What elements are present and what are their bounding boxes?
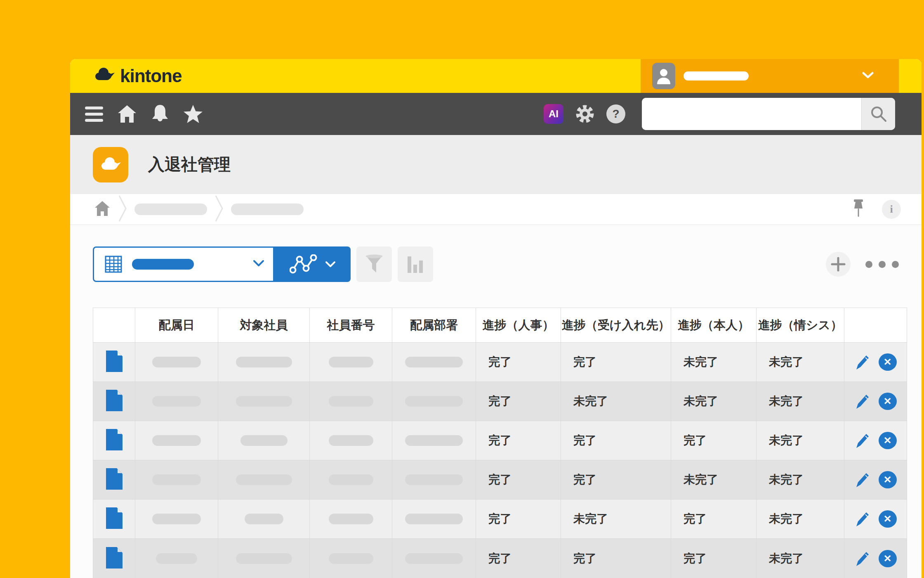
settings-button[interactable]	[574, 103, 596, 125]
placeholder-bar	[156, 553, 197, 564]
star-icon	[183, 104, 203, 124]
placeholder-bar	[329, 357, 373, 367]
placeholder-bar	[152, 357, 201, 367]
status-progress-hr: 完了	[476, 539, 561, 578]
nav-left-group	[83, 103, 204, 125]
home-icon	[94, 201, 111, 216]
record-document-icon[interactable]	[106, 468, 123, 491]
placeholder-bar	[405, 435, 463, 446]
status-progress-host: 完了	[561, 539, 671, 578]
bar-chart-icon	[407, 255, 424, 274]
search-button[interactable]	[861, 98, 895, 130]
table-row: 完了 完了 未完了 未完了 ✕	[93, 460, 907, 500]
edit-button[interactable]	[855, 393, 870, 410]
x-icon: ✕	[879, 471, 897, 488]
chevron-separator-icon	[118, 194, 127, 224]
delete-button[interactable]: ✕	[879, 550, 897, 567]
record-document-icon[interactable]	[106, 429, 123, 452]
bell-icon	[151, 104, 169, 124]
view-selector[interactable]	[93, 246, 274, 282]
x-icon: ✕	[879, 353, 897, 371]
ai-icon: AI	[549, 108, 559, 120]
delete-button[interactable]: ✕	[879, 353, 897, 371]
status-progress-host: 完了	[561, 343, 671, 382]
status-progress-it: 未完了	[757, 343, 844, 382]
placeholder-bar	[329, 553, 373, 564]
status-progress-host: 完了	[561, 421, 671, 460]
info-button[interactable]: i	[882, 200, 901, 219]
main-content: 配属日 対象社員 社員番号 配属部署 進捗（人事） 進捗（受け入れ先） 進捗（本…	[70, 225, 922, 578]
breadcrumb-item-placeholder[interactable]	[231, 204, 304, 215]
plus-icon	[831, 257, 846, 272]
placeholder-bar	[405, 514, 463, 524]
breadcrumb-item-placeholder[interactable]	[134, 204, 207, 215]
placeholder-bar	[152, 435, 201, 446]
menu-button[interactable]	[83, 103, 105, 125]
pencil-icon	[855, 511, 870, 527]
cloud-icon	[99, 156, 122, 173]
chevron-separator-icon	[214, 194, 224, 224]
delete-button[interactable]: ✕	[879, 393, 897, 410]
status-progress-host: 完了	[561, 460, 671, 500]
edit-button[interactable]	[855, 432, 870, 449]
pencil-icon	[855, 550, 870, 567]
delete-button[interactable]: ✕	[879, 432, 897, 449]
search-input[interactable]	[642, 98, 861, 130]
delete-button[interactable]: ✕	[879, 471, 897, 488]
breadcrumb-actions: i	[851, 199, 901, 219]
column-header-progress-it: 進捗（情シス）	[757, 308, 844, 343]
pencil-icon	[855, 432, 870, 449]
record-document-icon[interactable]	[106, 390, 123, 413]
ai-button[interactable]: AI	[544, 104, 563, 124]
record-document-icon[interactable]	[106, 507, 123, 531]
user-menu[interactable]	[641, 59, 899, 93]
x-icon: ✕	[879, 393, 897, 410]
placeholder-bar	[405, 357, 463, 367]
delete-button[interactable]: ✕	[879, 510, 897, 528]
page-title: 入退社管理	[148, 153, 231, 176]
toolbar-right-group	[826, 246, 899, 282]
notifications-button[interactable]	[149, 103, 171, 125]
graph-button[interactable]	[274, 246, 351, 282]
edit-button[interactable]	[855, 550, 870, 567]
placeholder-bar	[152, 396, 201, 407]
add-record-button[interactable]	[826, 252, 851, 277]
toolbar	[93, 246, 899, 282]
table-header-row: 配属日 対象社員 社員番号 配属部署 進捗（人事） 進捗（受け入れ先） 進捗（本…	[93, 308, 907, 343]
filter-button[interactable]	[356, 246, 392, 282]
status-progress-it: 未完了	[757, 500, 844, 539]
status-progress-it: 未完了	[757, 382, 844, 421]
ellipsis-icon	[865, 261, 872, 268]
placeholder-bar	[245, 514, 283, 524]
x-icon: ✕	[879, 432, 897, 449]
record-document-icon[interactable]	[106, 351, 123, 374]
chart-button[interactable]	[398, 246, 433, 282]
breadcrumb-home-button[interactable]	[94, 201, 111, 218]
chevron-down-icon	[862, 71, 874, 81]
column-header-actions	[844, 308, 907, 343]
placeholder-bar	[329, 474, 373, 485]
edit-button[interactable]	[855, 354, 870, 370]
favorites-button[interactable]	[182, 103, 204, 125]
edit-button[interactable]	[855, 511, 870, 527]
placeholder-bar	[329, 435, 373, 446]
more-options-button[interactable]	[865, 261, 899, 268]
table-row: 完了 完了 完了 未完了 ✕	[93, 539, 907, 578]
table-body: 完了 完了 未完了 未完了 ✕ 完了 未完了	[93, 343, 907, 578]
app-icon[interactable]	[93, 147, 128, 182]
edit-button[interactable]	[855, 471, 870, 488]
help-button[interactable]: ?	[606, 104, 625, 123]
placeholder-bar	[405, 553, 463, 564]
pencil-icon	[855, 471, 870, 488]
search-form	[642, 98, 895, 130]
pin-button[interactable]	[851, 199, 865, 219]
placeholder-bar	[236, 357, 292, 367]
placeholder-bar	[236, 553, 292, 564]
breadcrumb: i	[70, 194, 922, 225]
record-document-icon[interactable]	[106, 547, 123, 570]
status-progress-self: 完了	[671, 539, 757, 578]
home-button[interactable]	[116, 103, 138, 125]
kintone-logo[interactable]: kintone	[93, 59, 182, 93]
placeholder-bar	[405, 396, 463, 407]
placeholder-bar	[236, 474, 292, 485]
